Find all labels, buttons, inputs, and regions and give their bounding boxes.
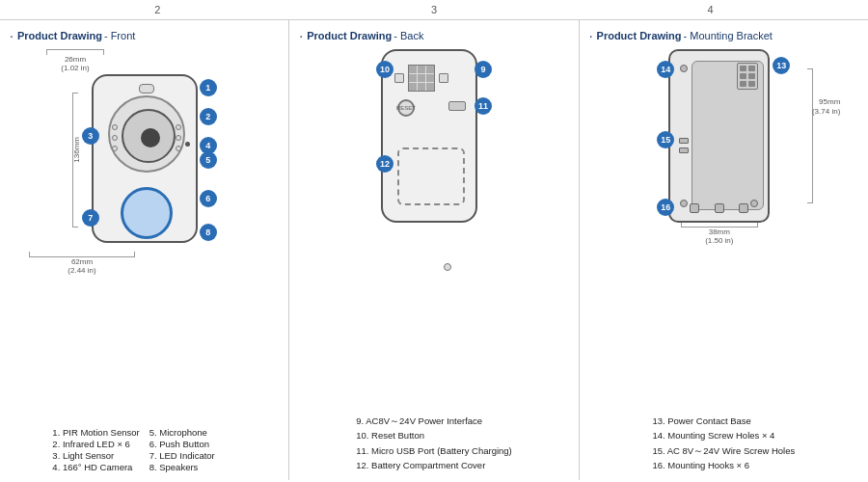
- hook-1: [690, 203, 699, 213]
- camera-front: 1 2 3 4 5 6 7 8: [82, 74, 217, 248]
- callout-6: 6: [200, 190, 217, 207]
- sensor-dot-1: [112, 124, 118, 130]
- callout-9: 9: [475, 61, 492, 78]
- back-title-rest: - Back: [393, 30, 423, 41]
- camera-back-body: RESET: [381, 49, 477, 223]
- back-title: · Product Drawing - Back: [299, 28, 568, 43]
- bracket-title: · Product Drawing - Mounting Bracket: [589, 28, 858, 43]
- dim-top-in: (1.02 in): [61, 64, 89, 72]
- dim-right-in: (3.74 in): [812, 107, 840, 116]
- callout-7: 7: [82, 209, 99, 227]
- dim-top-mm: 26mm: [65, 55, 86, 64]
- back-legend: 9. AC8V～24V Power Interface 10. Reset Bu…: [356, 410, 512, 472]
- wire-hole-2: [679, 147, 689, 153]
- lens-inner: [122, 109, 176, 163]
- back-bullet: ·: [299, 28, 303, 43]
- back-legend-12: 12. Battery Compartment Cover: [356, 458, 512, 472]
- usb-port: [448, 101, 466, 111]
- legend-1: 1. PIR Motion Sensor: [52, 427, 139, 438]
- front-title-bold: Product Drawing: [17, 30, 102, 41]
- bracket-drawing: 13 14 15 16 95mm (3.74 in): [589, 49, 858, 472]
- sensor-dot-4: [176, 124, 181, 130]
- legend-8: 8. Speakers: [149, 462, 236, 472]
- screw-hole-tl: [680, 65, 688, 72]
- battery-screw: [444, 263, 451, 271]
- dim-bottom-front: 62mm: [71, 257, 93, 266]
- reset-button: RESET: [397, 99, 415, 117]
- sensor-dot-5: [176, 135, 181, 141]
- front-title: · Product Drawing - Front: [10, 28, 279, 43]
- page-num-3: 3: [431, 4, 437, 15]
- front-drawing: 26mm (1.02 in) 136mm: [10, 49, 279, 472]
- legend-5: 5. Microphone: [149, 427, 236, 438]
- pir-sensor: [139, 84, 154, 94]
- legend-7: 7. LED Indicator: [149, 450, 236, 461]
- callout-8: 8: [200, 224, 217, 241]
- bracket-legend-13: 13. Power Contact Base: [652, 414, 795, 428]
- lens-center: [141, 128, 160, 147]
- mic-dot: [185, 142, 190, 147]
- legend-2: 2. Infrared LED × 6: [52, 439, 139, 449]
- hook-3: [739, 203, 748, 213]
- callout-1: 1: [200, 79, 217, 96]
- legend-6: 6. Push Button: [149, 439, 236, 449]
- callout-2: 2: [200, 108, 217, 125]
- callout-11: 11: [475, 97, 492, 115]
- lens-outer: [108, 95, 185, 173]
- reset-label: RESET: [396, 105, 416, 111]
- back-legend-11: 11. Micro USB Port (Battery Charging): [356, 443, 512, 458]
- sensor-dot-6: [176, 146, 181, 151]
- legend-4: 4. 166° HD Camera: [52, 462, 139, 472]
- callout-3: 3: [82, 127, 99, 145]
- back-sq-right: [439, 73, 448, 83]
- bracket-legend-14: 14. Mounting Screw Holes × 4: [652, 428, 795, 442]
- bracket-bullet: ·: [589, 28, 593, 43]
- dim-bottom-front-in: (2.44 in): [68, 266, 95, 275]
- dim-right-mm: 95mm: [819, 97, 840, 106]
- dim-bottom-bracket-in: (1.50 in): [705, 236, 733, 245]
- dim-left-mm: 136mm: [72, 137, 81, 163]
- wire-hole-1: [679, 138, 689, 144]
- col-back: · Product Drawing - Back: [289, 20, 579, 480]
- dim-bottom-bracket-mm: 38mm: [709, 228, 730, 236]
- back-legend-9: 9. AC8V～24V Power Interface: [356, 414, 512, 428]
- legend-3: 3. Light Sensor: [52, 450, 139, 461]
- bracket-title-bold: Product Drawing: [597, 30, 682, 41]
- front-bullet: ·: [10, 28, 14, 43]
- connector-block: [737, 63, 758, 90]
- bracket-legend-15: 15. AC 8V～24V Wire Screw Holes: [652, 443, 795, 458]
- camera-back: RESET 10 9 11 12: [376, 49, 492, 228]
- back-title-bold: Product Drawing: [307, 30, 392, 41]
- front-title-rest: - Front: [104, 30, 135, 41]
- page-num-4: 4: [708, 4, 714, 15]
- back-drawing: RESET 10 9 11 12 9. AC8V～24V Power Inter: [299, 49, 568, 472]
- page-num-2: 2: [154, 4, 160, 15]
- front-legend: 1. PIR Motion Sensor 5. Microphone 2. In…: [52, 423, 236, 472]
- wire-holes: [679, 138, 689, 153]
- connector-grid: [408, 65, 435, 92]
- back-sq-left: [394, 73, 404, 83]
- main-columns: · Product Drawing - Front 26mm (1.02 in)…: [0, 19, 868, 480]
- hook-area: [690, 203, 748, 213]
- bracket-title-rest: - Mounting Bracket: [684, 30, 773, 41]
- callout-10: 10: [376, 61, 393, 78]
- bracket-wrapper: 13 14 15 16 95mm (3.74 in): [661, 49, 786, 228]
- battery-cover: [397, 147, 465, 205]
- bracket-legend-16: 16. Mounting Hooks × 6: [652, 458, 795, 472]
- bracket-body: [668, 49, 770, 223]
- callout-13: 13: [773, 57, 790, 74]
- hook-2: [715, 203, 724, 213]
- sensor-dot-2: [112, 135, 118, 141]
- callout-12: 12: [376, 155, 393, 173]
- page-numbers: 2 3 4: [0, 0, 868, 19]
- bracket-legend: 13. Power Contact Base 14. Mounting Scre…: [652, 406, 795, 472]
- screw-hole-bl: [680, 200, 688, 207]
- col-front: · Product Drawing - Front 26mm (1.02 in)…: [0, 20, 289, 480]
- push-button: [121, 187, 173, 239]
- camera-body: [92, 74, 198, 243]
- sensor-dot-3: [112, 146, 118, 151]
- back-legend-10: 10. Reset Button: [356, 428, 512, 442]
- callout-5: 5: [200, 151, 217, 169]
- col-bracket: · Product Drawing - Mounting Bracket: [580, 20, 868, 480]
